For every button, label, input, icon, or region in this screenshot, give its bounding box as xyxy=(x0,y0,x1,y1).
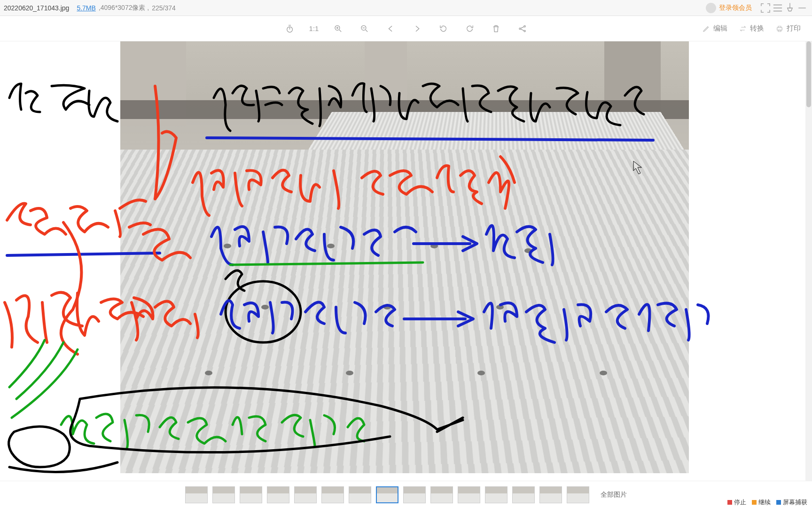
stopwatch-icon[interactable] xyxy=(283,22,297,36)
capture-label: 屏幕捕获 xyxy=(783,498,807,507)
prev-icon[interactable] xyxy=(383,22,398,36)
capture-icon xyxy=(776,500,781,505)
minimize-icon[interactable] xyxy=(796,2,808,14)
thumbnail-strip: 全部图片 xyxy=(0,481,812,508)
print-label: 打印 xyxy=(787,24,801,33)
convert-label: 转换 xyxy=(750,24,764,33)
thumbnail[interactable] xyxy=(212,486,235,503)
toolbar: 1:1 编辑 转换 打印 xyxy=(0,16,812,41)
share-icon[interactable] xyxy=(515,22,529,36)
thumbnail[interactable] xyxy=(321,486,344,503)
pin-icon[interactable] xyxy=(784,2,796,14)
pause-icon xyxy=(752,500,757,505)
svg-point-4 xyxy=(524,25,525,27)
thumbnail[interactable] xyxy=(512,486,535,503)
svg-rect-6 xyxy=(777,27,782,30)
rotate-right-icon[interactable] xyxy=(462,22,476,36)
thumbnail[interactable] xyxy=(240,486,262,503)
thumbnail[interactable] xyxy=(458,486,480,503)
screen-capture-button[interactable]: 屏幕捕获 xyxy=(774,498,809,507)
canvas-area[interactable] xyxy=(0,41,812,481)
all-pictures-button[interactable]: 全部图片 xyxy=(601,491,627,499)
image-viewport[interactable] xyxy=(120,41,689,473)
thumbnail-active[interactable] xyxy=(376,486,398,503)
convert-icon xyxy=(739,24,747,33)
thumbnail[interactable] xyxy=(430,486,453,503)
menu-icon[interactable] xyxy=(772,2,784,14)
convert-button[interactable]: 转换 xyxy=(739,24,764,33)
recorder-bar: 停止 继续 屏幕捕获 xyxy=(726,498,809,507)
thumbnail[interactable] xyxy=(185,486,208,503)
scrollbar-thumb[interactable] xyxy=(806,41,811,107)
thumbnail[interactable] xyxy=(567,486,589,503)
scrollbar-vertical[interactable] xyxy=(805,41,812,481)
thumbnail[interactable] xyxy=(294,486,317,503)
stop-icon xyxy=(727,500,732,505)
stop-record-button[interactable]: 停止 xyxy=(726,498,748,507)
thumbnail[interactable] xyxy=(539,486,562,503)
login-link[interactable]: 登录领会员 xyxy=(719,4,752,12)
resume-record-button[interactable]: 继续 xyxy=(750,498,773,507)
fullscreen-icon[interactable] xyxy=(759,2,772,14)
file-dimensions: ,4096*3072像素 , xyxy=(99,4,149,12)
thumbnail[interactable] xyxy=(349,486,371,503)
thumbnail[interactable] xyxy=(267,486,289,503)
stop-label: 停止 xyxy=(734,498,746,507)
image-counter: 225/374 xyxy=(152,4,176,12)
one-to-one-button[interactable]: 1:1 xyxy=(309,24,319,32)
pencil-icon xyxy=(702,24,710,33)
zoom-out-icon[interactable] xyxy=(357,22,371,36)
print-button[interactable]: 打印 xyxy=(775,24,801,33)
edit-button[interactable]: 编辑 xyxy=(702,24,727,33)
file-size-link[interactable]: 5.7MB xyxy=(77,4,95,12)
svg-point-5 xyxy=(524,30,525,32)
file-name: 20220620_171043.jpg xyxy=(4,4,69,12)
titlebar: 20220620_171043.jpg 5.7MB ,4096*3072像素 ,… xyxy=(0,0,812,16)
svg-point-3 xyxy=(519,28,521,29)
printer-icon xyxy=(775,24,784,33)
resume-label: 继续 xyxy=(758,498,771,507)
rotate-left-icon[interactable] xyxy=(436,22,450,36)
trash-icon[interactable] xyxy=(489,22,503,36)
zoom-in-icon[interactable] xyxy=(331,22,345,36)
next-icon[interactable] xyxy=(410,22,424,36)
thumbnail[interactable] xyxy=(403,486,426,503)
avatar[interactable] xyxy=(706,3,716,13)
edit-label: 编辑 xyxy=(713,24,727,33)
thumbnail[interactable] xyxy=(485,486,508,503)
